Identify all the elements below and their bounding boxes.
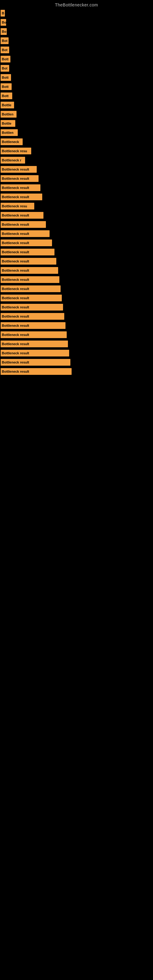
bar-row: Bottleneck result [1, 367, 153, 376]
bar-row: Bottleneck result [1, 275, 153, 284]
bar-label: Bott [1, 74, 11, 81]
bar-row: Bot [1, 64, 153, 73]
bar-label: Bottleneck result [1, 322, 65, 329]
bar-label: Bottleneck r [1, 157, 25, 164]
bar-row: Bottleneck resu [1, 146, 153, 156]
bar-row: Bottleneck result [1, 174, 153, 183]
bar-row: Bottleneck result [1, 165, 153, 174]
bar-row: Bottleneck result [1, 192, 153, 202]
bar-row: Bott [1, 91, 153, 100]
bar-label: Bottleneck result [1, 340, 68, 347]
bar-row: Bottleneck result [1, 321, 153, 330]
bar-label: Bottleneck result [1, 304, 63, 310]
bar-label: Bottleneck result [1, 276, 59, 283]
bar-label: Bottle [1, 102, 14, 108]
bar-row: Bottleneck result [1, 220, 153, 229]
bar-row: Bottleneck result [1, 257, 153, 266]
bar-row: Bottleneck result [1, 330, 153, 339]
bar-row: Bottleneck result [1, 247, 153, 257]
bar-label: Bottleneck result [1, 175, 38, 182]
bar-label: Bottleneck [1, 138, 22, 145]
bar-row: Bott [1, 73, 153, 82]
bar-label: Bottleneck result [1, 350, 69, 356]
bar-row: Bottleneck result [1, 348, 153, 358]
bar-row: Bott [1, 54, 153, 64]
bar-label: Bot [1, 37, 9, 44]
bar-row: Bot [1, 45, 153, 54]
bar-row: Bottleneck result [1, 293, 153, 302]
bar-label: Bott [1, 92, 12, 99]
bar-row: Bottleneck [1, 137, 153, 146]
bar-label: Bottleneck result [1, 194, 42, 200]
bar-row: Bot [1, 36, 153, 45]
bar-label: Bottleneck result [1, 240, 52, 246]
bar-label: Bottleneck result [1, 331, 67, 338]
bar-row: Bottleneck result [1, 284, 153, 293]
bar-row: Bottleneck result [1, 339, 153, 348]
bars-container: BBoBoBotBotBottBotBottBottBottBottleBott… [0, 9, 153, 376]
site-title: TheBottlenecker.com [0, 0, 153, 9]
bar-row: B [1, 9, 153, 18]
bar-label: Bottleneck result [1, 230, 49, 237]
bar-label: Bottleneck resu [1, 203, 34, 210]
bar-label: Bo [1, 28, 7, 35]
bar-label: Bottleneck result [1, 258, 56, 265]
bar-label: Bottleneck result [1, 313, 64, 320]
bar-row: Bottleneck result [1, 302, 153, 312]
bar-label: Bottleneck result [1, 166, 37, 173]
bar-row: Bottle [1, 119, 153, 128]
bar-row: Bottleneck result [1, 312, 153, 321]
bar-row: Bottlen [1, 128, 153, 137]
bar-row: Bottleneck result [1, 358, 153, 367]
bar-label: B [1, 10, 5, 16]
bar-label: Bo [1, 19, 6, 26]
bar-row: Bo [1, 18, 153, 27]
bar-row: Bottleneck result [1, 183, 153, 192]
bar-label: Bott [1, 56, 10, 62]
bar-row: Bottleneck resu [1, 202, 153, 211]
bar-label: Bottleneck result [1, 368, 72, 375]
bar-label: Bottleneck result [1, 249, 54, 255]
bar-label: Bottleneck result [1, 185, 40, 191]
bar-row: Bottleneck result [1, 229, 153, 238]
bar-row: Bott [1, 82, 153, 91]
bar-label: Bottlen [1, 129, 18, 136]
bar-row: Bottleneck r [1, 156, 153, 165]
bar-label: Bottleneck result [1, 359, 70, 366]
bar-label: Bottleneck result [1, 294, 62, 301]
bar-label: Bottleneck result [1, 212, 43, 219]
bar-row: Bo [1, 27, 153, 36]
bar-label: Bottleneck resu [1, 148, 31, 154]
bar-label: Bottlen [1, 111, 16, 118]
bar-label: Bottleneck result [1, 267, 58, 274]
bar-label: Bottle [1, 120, 15, 127]
bar-row: Bottlen [1, 110, 153, 119]
bar-label: Bottleneck result [1, 285, 61, 292]
bar-row: Bottleneck result [1, 238, 153, 247]
bar-row: Bottle [1, 100, 153, 110]
bar-label: Bott [1, 83, 12, 90]
bar-row: Bottleneck result [1, 211, 153, 220]
bar-label: Bot [1, 65, 9, 72]
bar-label: Bottleneck result [1, 221, 46, 228]
bar-label: Bot [1, 46, 9, 53]
bar-row: Bottleneck result [1, 266, 153, 275]
